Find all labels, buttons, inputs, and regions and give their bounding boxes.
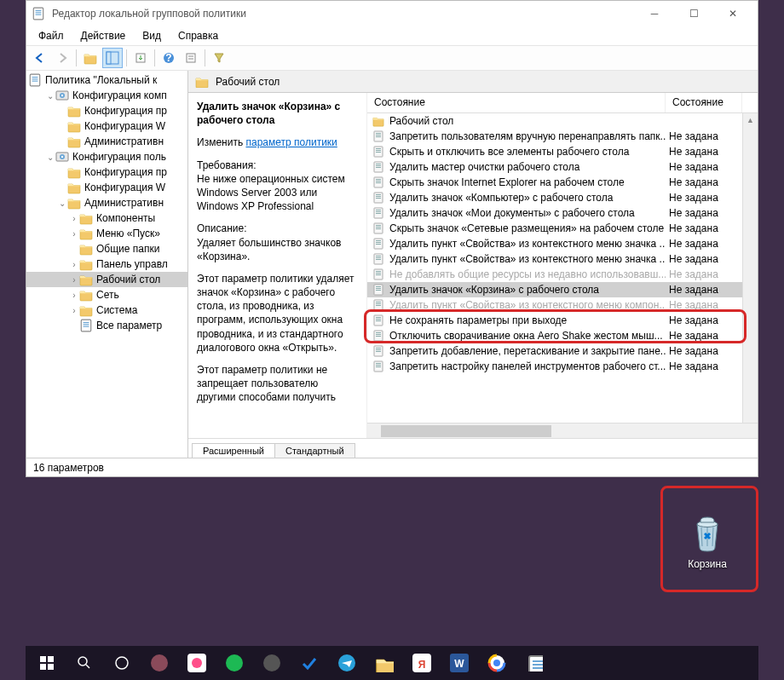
tree-item[interactable]: Конфигурация пр — [26, 164, 187, 180]
list-header: Состояние Состояние — [367, 93, 758, 113]
expander-icon[interactable]: ⌄ — [45, 153, 55, 162]
content-header: Рабочий стол — [188, 71, 758, 93]
taskbar-app-9[interactable]: W — [441, 646, 477, 680]
policy-icon — [372, 192, 384, 204]
svg-point-26 — [116, 657, 128, 669]
policy-icon — [372, 222, 384, 234]
expander-icon[interactable]: ⌄ — [45, 91, 55, 101]
expander-icon[interactable]: › — [69, 260, 79, 269]
list-rows[interactable]: Рабочий столЗапретить пользователям вруч… — [367, 113, 758, 423]
search-button[interactable] — [66, 646, 102, 680]
list-row[interactable]: Запретить добавление, перетаскивание и з… — [367, 343, 758, 359]
svg-rect-22 — [40, 664, 46, 670]
expander-icon[interactable]: › — [69, 306, 79, 315]
taskbar-app-11[interactable] — [516, 646, 552, 680]
close-button[interactable]: ✕ — [713, 2, 752, 26]
tree-item[interactable]: Конфигурация пр — [26, 103, 187, 118]
list-row[interactable]: Отключить сворачивание окна Aero Shake ж… — [367, 328, 758, 343]
cortana-button[interactable] — [104, 646, 140, 680]
svg-point-27 — [151, 654, 168, 671]
taskbar-app-8[interactable]: Я — [404, 646, 440, 680]
export-button[interactable] — [130, 48, 151, 68]
minimize-button[interactable]: ─ — [635, 2, 674, 26]
tree-item[interactable]: ›Компоненты — [26, 210, 187, 226]
horizontal-scrollbar[interactable] — [367, 423, 758, 438]
view-tabs: Расширенный Стандартный — [188, 438, 758, 458]
tree-item[interactable]: Конфигурация W — [26, 118, 187, 134]
expander-icon[interactable]: › — [69, 214, 79, 223]
tree-item[interactable]: Общие папки — [26, 241, 187, 256]
show-tree-button[interactable] — [102, 48, 123, 68]
menu-action[interactable]: Действие — [72, 28, 135, 43]
tree-panel[interactable]: Политика "Локальный к ⌄Конфигурация комп… — [26, 71, 188, 458]
taskbar-app-3[interactable] — [216, 646, 252, 680]
svg-text:W: W — [454, 658, 464, 670]
list-row[interactable]: Скрыть значок «Сетевые размещения» на ра… — [367, 221, 758, 236]
back-button[interactable] — [30, 48, 50, 68]
list-row[interactable]: Удалить значок «Корзина» с рабочего стол… — [367, 282, 758, 297]
tree-item[interactable]: ›Система — [26, 303, 187, 318]
list-row[interactable]: Удалить мастер очистки рабочего столаНе … — [367, 159, 758, 175]
list-row[interactable]: Запретить пользователям вручную перенапр… — [367, 129, 758, 144]
folder-icon — [67, 196, 81, 210]
forward-button[interactable] — [52, 48, 72, 68]
taskbar-app-7[interactable] — [366, 646, 402, 680]
up-button[interactable] — [80, 48, 101, 68]
list-row[interactable]: Удалить пункт «Свойства» из контекстного… — [367, 236, 758, 251]
list-row[interactable]: Удалить значок «Компьютер» с рабочего ст… — [367, 190, 758, 205]
svg-rect-13 — [107, 52, 111, 64]
list-row[interactable]: Не добавлять общие ресурсы из недавно ис… — [367, 267, 758, 282]
tree-item[interactable]: Все параметр — [26, 318, 187, 333]
properties-button[interactable] — [181, 48, 201, 68]
start-button[interactable] — [29, 646, 65, 680]
tree-item[interactable]: ⌄Конфигурация комп — [26, 88, 187, 103]
taskbar-app-6[interactable] — [329, 646, 365, 680]
menu-view[interactable]: Вид — [134, 28, 170, 43]
edit-policy-link[interactable]: параметр политики — [245, 136, 337, 148]
tree-item[interactable]: Административн — [26, 134, 187, 149]
list-row[interactable]: Рабочий стол — [367, 113, 758, 129]
column-state[interactable]: Состояние — [666, 93, 742, 112]
column-name[interactable]: Состояние — [367, 93, 666, 112]
folder-icon — [79, 288, 93, 302]
svg-text:?: ? — [165, 52, 171, 64]
expander-icon[interactable]: ⌄ — [57, 199, 67, 208]
list-row[interactable]: Скрыть и отключить все элементы рабочего… — [367, 144, 758, 159]
policy-icon — [372, 330, 384, 342]
tree-item[interactable]: ›Сеть — [26, 287, 187, 303]
tree-item[interactable]: ›Рабочий стол — [26, 272, 187, 287]
list-panel: Состояние Состояние Рабочий столЗапретит… — [367, 93, 758, 438]
list-row[interactable]: Скрыть значок Internet Explorer на рабоч… — [367, 175, 758, 190]
maximize-button[interactable]: ☐ — [674, 2, 713, 26]
expander-icon[interactable]: › — [69, 291, 79, 300]
tab-extended[interactable]: Расширенный — [192, 443, 275, 458]
tree-item[interactable]: ⌄Административн — [26, 195, 187, 210]
tree-root[interactable]: Политика "Локальный к — [26, 72, 187, 88]
tree-item[interactable]: Конфигурация W — [26, 180, 187, 195]
list-row[interactable]: Удалить пункт «Свойства» из контекстного… — [367, 251, 758, 267]
recycle-bin-desktop-icon[interactable]: Корзина — [665, 494, 750, 588]
folder-icon — [67, 165, 81, 179]
description-panel: Удалить значок «Корзина» с рабочего стол… — [188, 93, 367, 438]
help-button[interactable]: ? — [159, 48, 179, 68]
taskbar-app-2[interactable] — [179, 646, 215, 680]
vertical-scrollbar[interactable]: ▲ — [742, 113, 758, 423]
filter-button[interactable] — [209, 48, 229, 68]
tree-item[interactable]: ›Меню «Пуск» — [26, 226, 187, 241]
tab-standard[interactable]: Стандартный — [274, 443, 355, 458]
folder-icon — [79, 303, 93, 317]
expander-icon[interactable]: › — [69, 275, 79, 285]
menu-help[interactable]: Справка — [170, 28, 227, 43]
taskbar-app-1[interactable] — [141, 646, 177, 680]
tree-item[interactable]: ⌄Конфигурация поль — [26, 149, 187, 164]
taskbar-app-5[interactable] — [291, 646, 327, 680]
expander-icon[interactable]: › — [69, 229, 79, 239]
tree-item[interactable]: ›Панель управл — [26, 256, 187, 272]
list-row[interactable]: Запретить настройку панелей инструментов… — [367, 359, 758, 374]
menu-file[interactable]: Файл — [30, 28, 72, 43]
list-row[interactable]: Удалить пункт «Свойства» из контекстного… — [367, 297, 758, 313]
taskbar-app-10[interactable] — [479, 646, 515, 680]
list-row[interactable]: Удалить значок «Мои документы» с рабочег… — [367, 205, 758, 221]
taskbar-app-4[interactable] — [254, 646, 290, 680]
list-row[interactable]: Не сохранять параметры при выходеНе зада… — [367, 313, 758, 328]
